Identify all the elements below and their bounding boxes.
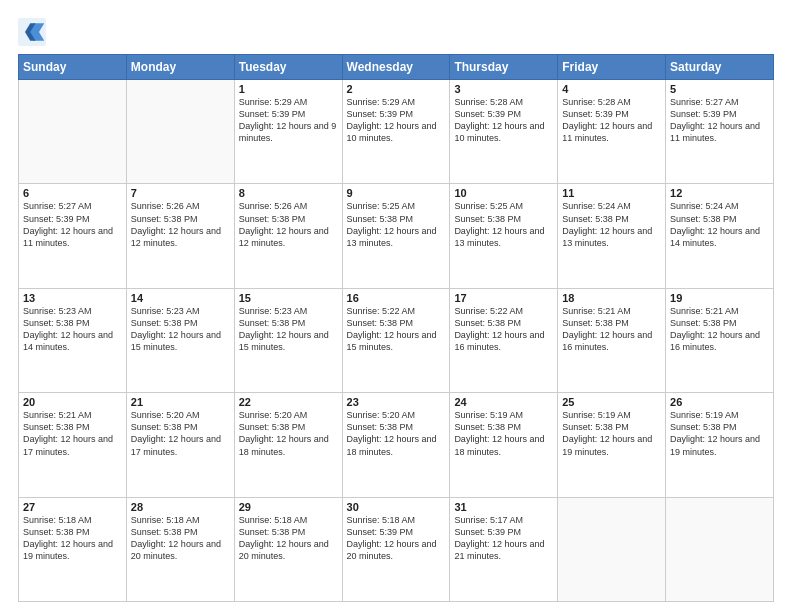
- day-number: 2: [347, 83, 446, 95]
- day-number: 29: [239, 501, 338, 513]
- day-number: 28: [131, 501, 230, 513]
- calendar-table: SundayMondayTuesdayWednesdayThursdayFrid…: [18, 54, 774, 602]
- day-info: Sunrise: 5:21 AM Sunset: 5:38 PM Dayligh…: [562, 305, 661, 354]
- day-info: Sunrise: 5:21 AM Sunset: 5:38 PM Dayligh…: [23, 409, 122, 458]
- day-number: 6: [23, 187, 122, 199]
- day-number: 10: [454, 187, 553, 199]
- day-info: Sunrise: 5:28 AM Sunset: 5:39 PM Dayligh…: [562, 96, 661, 145]
- calendar-cell: 3Sunrise: 5:28 AM Sunset: 5:39 PM Daylig…: [450, 80, 558, 184]
- calendar-cell: 30Sunrise: 5:18 AM Sunset: 5:39 PM Dayli…: [342, 497, 450, 601]
- calendar-cell: 7Sunrise: 5:26 AM Sunset: 5:38 PM Daylig…: [126, 184, 234, 288]
- day-number: 19: [670, 292, 769, 304]
- day-info: Sunrise: 5:20 AM Sunset: 5:38 PM Dayligh…: [131, 409, 230, 458]
- day-number: 3: [454, 83, 553, 95]
- day-info: Sunrise: 5:22 AM Sunset: 5:38 PM Dayligh…: [347, 305, 446, 354]
- week-row-4: 27Sunrise: 5:18 AM Sunset: 5:38 PM Dayli…: [19, 497, 774, 601]
- day-number: 27: [23, 501, 122, 513]
- day-info: Sunrise: 5:25 AM Sunset: 5:38 PM Dayligh…: [454, 200, 553, 249]
- calendar-cell: 23Sunrise: 5:20 AM Sunset: 5:38 PM Dayli…: [342, 393, 450, 497]
- calendar-cell: 22Sunrise: 5:20 AM Sunset: 5:38 PM Dayli…: [234, 393, 342, 497]
- weekday-header-saturday: Saturday: [666, 55, 774, 80]
- day-info: Sunrise: 5:23 AM Sunset: 5:38 PM Dayligh…: [239, 305, 338, 354]
- calendar-cell: 15Sunrise: 5:23 AM Sunset: 5:38 PM Dayli…: [234, 288, 342, 392]
- day-info: Sunrise: 5:18 AM Sunset: 5:38 PM Dayligh…: [131, 514, 230, 563]
- calendar-cell: 21Sunrise: 5:20 AM Sunset: 5:38 PM Dayli…: [126, 393, 234, 497]
- day-number: 31: [454, 501, 553, 513]
- calendar-cell: 25Sunrise: 5:19 AM Sunset: 5:38 PM Dayli…: [558, 393, 666, 497]
- day-info: Sunrise: 5:24 AM Sunset: 5:38 PM Dayligh…: [670, 200, 769, 249]
- calendar-cell: 14Sunrise: 5:23 AM Sunset: 5:38 PM Dayli…: [126, 288, 234, 392]
- day-info: Sunrise: 5:19 AM Sunset: 5:38 PM Dayligh…: [670, 409, 769, 458]
- calendar-cell: 24Sunrise: 5:19 AM Sunset: 5:38 PM Dayli…: [450, 393, 558, 497]
- day-info: Sunrise: 5:26 AM Sunset: 5:38 PM Dayligh…: [239, 200, 338, 249]
- calendar-cell: 16Sunrise: 5:22 AM Sunset: 5:38 PM Dayli…: [342, 288, 450, 392]
- day-number: 16: [347, 292, 446, 304]
- calendar-cell: 4Sunrise: 5:28 AM Sunset: 5:39 PM Daylig…: [558, 80, 666, 184]
- day-info: Sunrise: 5:20 AM Sunset: 5:38 PM Dayligh…: [347, 409, 446, 458]
- day-info: Sunrise: 5:17 AM Sunset: 5:39 PM Dayligh…: [454, 514, 553, 563]
- calendar-cell: 13Sunrise: 5:23 AM Sunset: 5:38 PM Dayli…: [19, 288, 127, 392]
- calendar-cell: 27Sunrise: 5:18 AM Sunset: 5:38 PM Dayli…: [19, 497, 127, 601]
- week-row-1: 6Sunrise: 5:27 AM Sunset: 5:39 PM Daylig…: [19, 184, 774, 288]
- day-info: Sunrise: 5:27 AM Sunset: 5:39 PM Dayligh…: [23, 200, 122, 249]
- day-info: Sunrise: 5:18 AM Sunset: 5:38 PM Dayligh…: [23, 514, 122, 563]
- calendar-cell: 10Sunrise: 5:25 AM Sunset: 5:38 PM Dayli…: [450, 184, 558, 288]
- weekday-header-friday: Friday: [558, 55, 666, 80]
- logo: [18, 18, 50, 46]
- calendar-cell: [126, 80, 234, 184]
- day-number: 15: [239, 292, 338, 304]
- day-number: 8: [239, 187, 338, 199]
- day-info: Sunrise: 5:20 AM Sunset: 5:38 PM Dayligh…: [239, 409, 338, 458]
- day-number: 23: [347, 396, 446, 408]
- weekday-header-thursday: Thursday: [450, 55, 558, 80]
- day-number: 9: [347, 187, 446, 199]
- calendar-cell: 18Sunrise: 5:21 AM Sunset: 5:38 PM Dayli…: [558, 288, 666, 392]
- weekday-header-sunday: Sunday: [19, 55, 127, 80]
- weekday-header-wednesday: Wednesday: [342, 55, 450, 80]
- calendar-cell: [19, 80, 127, 184]
- day-info: Sunrise: 5:28 AM Sunset: 5:39 PM Dayligh…: [454, 96, 553, 145]
- week-row-2: 13Sunrise: 5:23 AM Sunset: 5:38 PM Dayli…: [19, 288, 774, 392]
- day-number: 20: [23, 396, 122, 408]
- day-number: 30: [347, 501, 446, 513]
- calendar-cell: 28Sunrise: 5:18 AM Sunset: 5:38 PM Dayli…: [126, 497, 234, 601]
- logo-icon: [18, 18, 46, 46]
- day-number: 24: [454, 396, 553, 408]
- day-number: 25: [562, 396, 661, 408]
- week-row-3: 20Sunrise: 5:21 AM Sunset: 5:38 PM Dayli…: [19, 393, 774, 497]
- calendar-cell: 26Sunrise: 5:19 AM Sunset: 5:38 PM Dayli…: [666, 393, 774, 497]
- calendar-cell: 29Sunrise: 5:18 AM Sunset: 5:38 PM Dayli…: [234, 497, 342, 601]
- weekday-header-monday: Monday: [126, 55, 234, 80]
- day-info: Sunrise: 5:25 AM Sunset: 5:38 PM Dayligh…: [347, 200, 446, 249]
- calendar-cell: 31Sunrise: 5:17 AM Sunset: 5:39 PM Dayli…: [450, 497, 558, 601]
- day-info: Sunrise: 5:29 AM Sunset: 5:39 PM Dayligh…: [347, 96, 446, 145]
- calendar-cell: 17Sunrise: 5:22 AM Sunset: 5:38 PM Dayli…: [450, 288, 558, 392]
- calendar-cell: 1Sunrise: 5:29 AM Sunset: 5:39 PM Daylig…: [234, 80, 342, 184]
- day-number: 1: [239, 83, 338, 95]
- day-info: Sunrise: 5:29 AM Sunset: 5:39 PM Dayligh…: [239, 96, 338, 145]
- weekday-header-row: SundayMondayTuesdayWednesdayThursdayFrid…: [19, 55, 774, 80]
- calendar-cell: [666, 497, 774, 601]
- calendar-cell: 19Sunrise: 5:21 AM Sunset: 5:38 PM Dayli…: [666, 288, 774, 392]
- calendar-cell: 9Sunrise: 5:25 AM Sunset: 5:38 PM Daylig…: [342, 184, 450, 288]
- calendar-cell: 6Sunrise: 5:27 AM Sunset: 5:39 PM Daylig…: [19, 184, 127, 288]
- calendar-cell: [558, 497, 666, 601]
- calendar-cell: 20Sunrise: 5:21 AM Sunset: 5:38 PM Dayli…: [19, 393, 127, 497]
- day-info: Sunrise: 5:21 AM Sunset: 5:38 PM Dayligh…: [670, 305, 769, 354]
- day-number: 4: [562, 83, 661, 95]
- day-info: Sunrise: 5:27 AM Sunset: 5:39 PM Dayligh…: [670, 96, 769, 145]
- day-number: 7: [131, 187, 230, 199]
- calendar-cell: 8Sunrise: 5:26 AM Sunset: 5:38 PM Daylig…: [234, 184, 342, 288]
- week-row-0: 1Sunrise: 5:29 AM Sunset: 5:39 PM Daylig…: [19, 80, 774, 184]
- day-number: 22: [239, 396, 338, 408]
- day-info: Sunrise: 5:18 AM Sunset: 5:38 PM Dayligh…: [239, 514, 338, 563]
- day-info: Sunrise: 5:26 AM Sunset: 5:38 PM Dayligh…: [131, 200, 230, 249]
- calendar-cell: 5Sunrise: 5:27 AM Sunset: 5:39 PM Daylig…: [666, 80, 774, 184]
- day-info: Sunrise: 5:18 AM Sunset: 5:39 PM Dayligh…: [347, 514, 446, 563]
- day-number: 5: [670, 83, 769, 95]
- page: SundayMondayTuesdayWednesdayThursdayFrid…: [0, 0, 792, 612]
- calendar-cell: 12Sunrise: 5:24 AM Sunset: 5:38 PM Dayli…: [666, 184, 774, 288]
- calendar-cell: 2Sunrise: 5:29 AM Sunset: 5:39 PM Daylig…: [342, 80, 450, 184]
- day-info: Sunrise: 5:23 AM Sunset: 5:38 PM Dayligh…: [131, 305, 230, 354]
- weekday-header-tuesday: Tuesday: [234, 55, 342, 80]
